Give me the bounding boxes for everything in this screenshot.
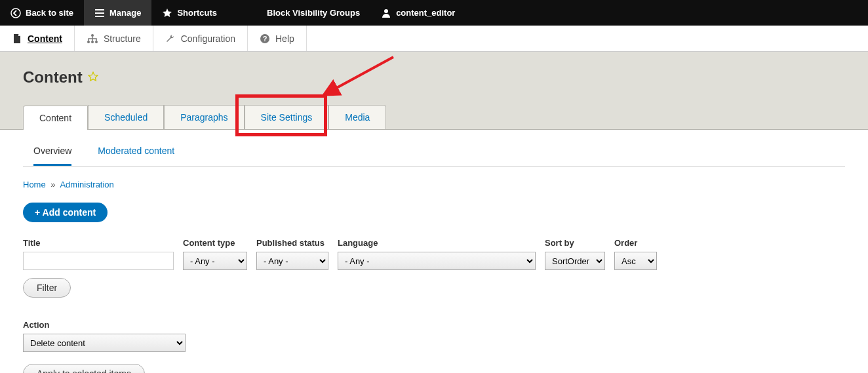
document-icon <box>12 33 22 44</box>
filter-form: Title Content type - Any - Published sta… <box>23 238 845 270</box>
svg-point-2 <box>91 34 94 37</box>
chevron-left-circle-icon <box>10 8 21 18</box>
admin-menu-help-label: Help <box>275 33 294 44</box>
svg-text:?: ? <box>263 35 267 43</box>
breadcrumb-administration[interactable]: Administration <box>60 180 113 189</box>
subtab-moderated-content[interactable]: Moderated content <box>98 146 174 166</box>
back-to-site-label: Back to site <box>26 8 73 18</box>
admin-menu: Content Structure Configuration ? Help <box>0 26 868 52</box>
manage-label: Manage <box>109 8 141 18</box>
page-header: Content Content Scheduled Paragraphs Sit… <box>0 52 868 130</box>
content-type-select[interactable]: - Any - <box>183 252 247 270</box>
tab-site-settings[interactable]: Site Settings <box>245 105 329 129</box>
filter-button[interactable]: Filter <box>23 278 71 298</box>
admin-menu-help[interactable]: ? Help <box>248 26 307 51</box>
svg-point-1 <box>384 9 388 13</box>
wrench-icon <box>165 33 176 44</box>
hamburger-icon <box>94 8 105 18</box>
svg-point-5 <box>95 41 98 43</box>
breadcrumb-separator: » <box>50 180 55 189</box>
tab-content[interactable]: Content <box>23 106 88 130</box>
admin-menu-content[interactable]: Content <box>0 26 75 51</box>
action-select[interactable]: Delete content <box>23 334 186 352</box>
secondary-tabs: Overview Moderated content <box>23 139 845 167</box>
admin-menu-content-label: Content <box>28 33 62 44</box>
action-label: Action <box>23 320 845 330</box>
breadcrumb-home[interactable]: Home <box>23 180 46 189</box>
user-menu[interactable]: content_editor <box>370 0 465 26</box>
top-toolbar: Back to site Manage Shortcuts Block Visi… <box>0 0 868 26</box>
language-label: Language <box>338 238 536 248</box>
order-select[interactable]: Asc <box>614 252 657 270</box>
sort-by-label: Sort by <box>545 238 605 248</box>
page-title: Content <box>23 68 83 87</box>
sort-by-select[interactable]: SortOrder <box>545 252 605 270</box>
title-label: Title <box>23 238 174 248</box>
subtab-overview[interactable]: Overview <box>33 146 71 166</box>
site-name-label: Block Visibility Groups <box>267 8 360 18</box>
add-content-button[interactable]: + Add content <box>23 203 108 222</box>
language-select[interactable]: - Any - <box>338 252 536 270</box>
back-to-site-link[interactable]: Back to site <box>0 0 84 26</box>
admin-menu-configuration-label: Configuration <box>181 33 235 44</box>
action-section: Action Delete content Apply to selected … <box>23 320 845 373</box>
svg-point-3 <box>87 41 90 43</box>
star-outline-icon[interactable] <box>88 71 98 84</box>
user-icon <box>381 8 391 18</box>
star-icon <box>162 8 172 18</box>
manage-toggle[interactable]: Manage <box>84 0 151 26</box>
tab-media[interactable]: Media <box>328 105 386 129</box>
content-type-label: Content type <box>183 238 247 248</box>
tab-paragraphs[interactable]: Paragraphs <box>164 105 244 129</box>
user-label: content_editor <box>396 8 455 18</box>
published-status-select[interactable]: - Any - <box>256 252 328 270</box>
admin-menu-configuration[interactable]: Configuration <box>153 26 248 51</box>
order-label: Order <box>614 238 657 248</box>
site-name: Block Visibility Groups <box>227 0 370 26</box>
breadcrumb: Home » Administration <box>23 180 845 189</box>
svg-point-0 <box>11 9 20 18</box>
admin-menu-structure[interactable]: Structure <box>75 26 153 51</box>
question-circle-icon: ? <box>260 33 270 44</box>
shortcuts-label: Shortcuts <box>177 8 217 18</box>
content-area: Overview Moderated content Home » Admini… <box>0 130 868 373</box>
hierarchy-icon <box>87 33 98 44</box>
title-input[interactable] <box>23 252 174 270</box>
svg-point-4 <box>91 41 94 43</box>
tab-scheduled[interactable]: Scheduled <box>88 105 164 129</box>
apply-button[interactable]: Apply to selected items <box>23 364 145 373</box>
published-status-label: Published status <box>256 238 328 248</box>
primary-tabs: Content Scheduled Paragraphs Site Settin… <box>23 105 845 129</box>
admin-menu-structure-label: Structure <box>104 33 141 44</box>
shortcuts-link[interactable]: Shortcuts <box>151 0 227 26</box>
